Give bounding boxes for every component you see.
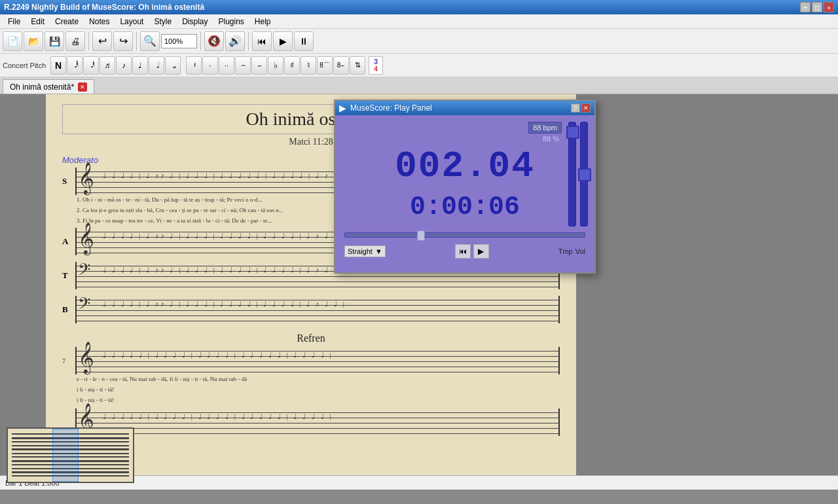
menu-display[interactable]: Display [177,14,213,28]
tempo-slider-thumb[interactable] [566,126,579,139]
separator-1 [88,32,89,50]
note-tie[interactable]: ⌢ [235,56,251,75]
note-dot2[interactable]: ·· [219,56,234,75]
menu-style[interactable]: Style [149,14,177,28]
bass-staff[interactable]: 𝄢 ♩ ♩ ♩ ♩ | ♩ ♪♪ ♩ | ♩ ♩ ♩ | ♩ ♩ ♩ ♩ | ♩… [75,296,560,323]
note-slur[interactable]: ⌣ [251,56,267,75]
separator-4 [248,32,249,50]
play-panel-help-button[interactable]: ? [571,103,580,113]
transport-buttons: ⏮ ▶ [455,244,489,259]
window-title: R.2249 Nightly Build of MuseScore: Oh in… [4,3,204,12]
zoom-button[interactable]: 🔍 [140,31,160,51]
play-panel-title-buttons: ? ✕ [571,103,591,113]
bass-row: B 𝄢 ♩ ♩ ♩ ♩ | ♩ ♪♪ ♩ | ♩ ♩ ♩ | ♩ ♩ ♩ ♩ |… [62,296,560,323]
refren-lyrics-1: e - ri - le - n - cea - tă, Nu mai rab -… [77,376,560,382]
refren-lower-staff[interactable]: 𝄞 ♩ ♩ ♩ ♩ ♩ | ♩ ♩ ♩ ♩ | ♩ ♩ ♩ ♩ | ♩ ♩ ♩ … [75,408,560,436]
play-panel-close-button[interactable]: ✕ [581,103,591,113]
menu-notes[interactable]: Notes [84,14,115,28]
note-32nd[interactable]: 𝅘𝅥𝅱 [83,56,99,75]
separator-2 [136,32,137,50]
tab-close-button[interactable]: ✕ [78,82,87,92]
open-button[interactable]: 📂 [24,31,43,51]
refren-notes: ♩ ♩ ♩ ♩ ♩ | ♩ ♩ ♩ ♩ | ♩ ♩ ♩ ♩ | ♩ ♩ ♩ ♩ … [77,347,560,374]
bpm-percent: 88 % [543,135,559,143]
menu-create[interactable]: Create [50,14,84,28]
controls-row: Straight ▼ ⏮ ▶ Tmp Vol [342,244,588,259]
thumbnail-viewport-highlight [52,429,79,482]
refren-label: Refren [62,333,560,344]
score-tab[interactable]: Oh inimă ostenită* ✕ [3,79,94,94]
note-64th[interactable]: 𝅘𝅥𝅲 [67,56,82,75]
note-rest[interactable]: 𝄽 [186,56,202,75]
maximize-button[interactable]: □ [812,2,822,12]
note-dot[interactable]: · [202,56,218,75]
close-button[interactable]: ✕ [824,2,834,12]
swing-select[interactable]: Straight ▼ [344,245,386,257]
minimize-button[interactable]: — [800,2,811,12]
note-sharp[interactable]: ♯ [284,56,300,75]
note-half[interactable]: 𝅗𝅥 [149,56,164,75]
note-8va[interactable]: 8⌒ [317,56,333,75]
menu-layout[interactable]: Layout [115,14,149,28]
save-button[interactable]: 💾 [45,31,64,51]
play-panel-title-label: MuseScore: Play Panel [350,103,432,113]
refren-soprano-row: 7 𝄞 ♩ ♩ ♩ ♩ ♩ | ♩ ♩ ♩ ♩ | ♩ ♩ ♩ ♩ | ♩ ♩ … [62,347,560,374]
note-whole[interactable]: 𝅝 [165,56,181,75]
tempo-slider-track[interactable] [568,122,576,226]
play-panel-body: 88 bpm 88 % 002.04 0:00:06 Straight ▼ [335,115,594,272]
beat-display: 002.04 [395,145,535,187]
play-panel-title-content: ▶ MuseScore: Play Panel [339,103,432,113]
refren-section: Refren 7 𝄞 ♩ ♩ ♩ ♩ ♩ | ♩ ♩ ♩ ♩ | ♩ ♩ ♩ ♩… [62,333,560,436]
time-signature: 3 4 [369,56,383,75]
menu-plugins[interactable]: Plugins [213,14,249,28]
refren-lyrics-3: i lt - niș - ti - tă! [77,397,560,403]
note-input-button[interactable]: N [50,56,66,75]
title-bar-buttons: — □ ✕ [800,2,834,12]
redo-button[interactable]: ↪ [113,31,133,51]
refren-lower-notes: ♩ ♩ ♩ ♩ ♩ | ♩ ♩ ♩ ♩ | ♩ ♩ ♩ ♩ | ♩ ♩ ♩ ♩ … [77,408,560,436]
menu-file[interactable]: File [3,14,26,28]
print-button[interactable]: 🖨 [65,31,85,51]
speaker-mute-button[interactable]: 🔇 [204,31,224,51]
swing-label: Straight [348,247,373,255]
score-background: Oh inimă ostenită Matci 11:28 Moderato S… [0,94,838,490]
note-flat[interactable]: ♭ [268,56,283,75]
tmp-label: Tmp [558,247,573,255]
volume-slider-track[interactable] [580,122,588,226]
zoom-area: 100% [161,34,197,48]
refren-lyrics-2: i li - niș - ti - tă! [77,386,560,393]
sliders-area [568,122,588,226]
bpm-display[interactable]: 88 bpm [528,122,562,134]
menu-help[interactable]: Help [249,14,276,28]
alto-label: A [62,236,75,247]
note-8th[interactable]: ♪ [116,56,132,75]
time-sig-bot: 4 [374,65,378,73]
note-8vb[interactable]: 8⌣ [333,56,349,75]
time-sig-top: 3 [374,58,378,65]
thumbnail-inner [8,429,133,482]
speaker-button[interactable]: 🔊 [225,31,245,51]
menu-edit[interactable]: Edit [26,14,50,28]
progress-track[interactable] [344,232,585,238]
tab-bar: Oh inimă ostenită* ✕ [0,77,838,94]
refren-staff[interactable]: 𝄞 ♩ ♩ ♩ ♩ ♩ | ♩ ♩ ♩ ♩ | ♩ ♩ ♩ ♩ | ♩ ♩ ♩ … [75,347,560,374]
pause-button[interactable]: ⏸ [294,31,314,51]
volume-slider-thumb[interactable] [578,168,591,181]
separator-3 [200,32,201,50]
note-quarter[interactable]: ♩ [132,56,148,75]
rewind-transport-button[interactable]: ⏮ [455,244,471,259]
play-transport-button[interactable]: ▶ [473,244,489,259]
play-panel-titlebar: ▶ MuseScore: Play Panel ? ✕ [335,101,594,115]
play-button[interactable]: ▶ [273,31,293,51]
rewind-button[interactable]: ⏮ [252,31,272,51]
title-bar: R.2249 Nightly Build of MuseScore: Oh in… [0,0,838,14]
note-16th[interactable]: ♬ [100,56,115,75]
note-flip[interactable]: ⇅ [350,56,365,75]
note-natural[interactable]: ♮ [301,56,316,75]
undo-button[interactable]: ↩ [92,31,112,51]
bass-label: B [62,304,75,315]
new-button[interactable]: 📄 [3,31,22,51]
progress-thumb[interactable] [417,230,425,241]
zoom-input[interactable]: 100% [161,34,197,48]
play-icon: ▶ [339,103,346,113]
